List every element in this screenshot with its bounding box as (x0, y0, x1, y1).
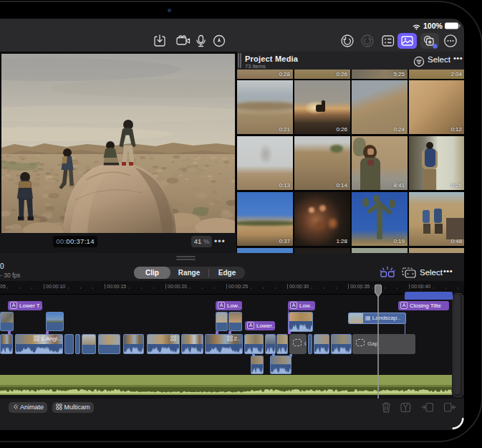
svg-text:100%: 100% (423, 22, 443, 30)
